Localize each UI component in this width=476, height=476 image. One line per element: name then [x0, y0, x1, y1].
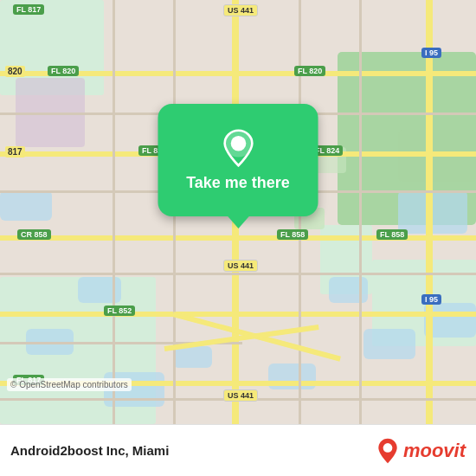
road-num-820: 820: [5, 66, 25, 77]
cta-label: Take me there: [186, 174, 290, 192]
moovit-logo: moovit: [376, 437, 466, 465]
road-num-817-label: 817: [5, 146, 25, 158]
road-label-i95-top: I 95: [421, 48, 441, 58]
road-label-i95-bot: I 95: [421, 294, 441, 305]
road-label-us441-bot: US 441: [223, 389, 258, 402]
map-view[interactable]: US 441 US 441 US 441 FL 820 FL 820 FL 81…: [0, 0, 476, 424]
road-label-fl858-right: FL 858: [277, 229, 308, 240]
app-name-text: Android2boost Inc, Miami: [10, 443, 376, 458]
moovit-pin-icon: [376, 437, 400, 465]
bottom-bar: Android2boost Inc, Miami moovit: [0, 424, 476, 476]
take-me-there-button[interactable]: Take me there: [158, 104, 318, 216]
copyright-text: © OpenStreetMap contributors: [7, 378, 132, 391]
road-label-fl817-left: FL 817: [13, 4, 44, 15]
road-label-fl820-left: FL 820: [48, 66, 79, 76]
road-label-cr858: CR 858: [17, 229, 51, 240]
road-label-fl852: FL 852: [104, 306, 135, 316]
road-label-us441-top: US 441: [223, 4, 258, 16]
svg-point-2: [383, 443, 393, 453]
road-label-us441-mid: US 441: [223, 260, 258, 272]
road-label-fl820-right: FL 820: [294, 66, 325, 76]
road-label-fl858-far: FL 858: [376, 229, 408, 240]
svg-point-1: [230, 135, 246, 151]
location-pin-icon: [219, 129, 257, 167]
moovit-brand-text: moovit: [403, 440, 466, 462]
